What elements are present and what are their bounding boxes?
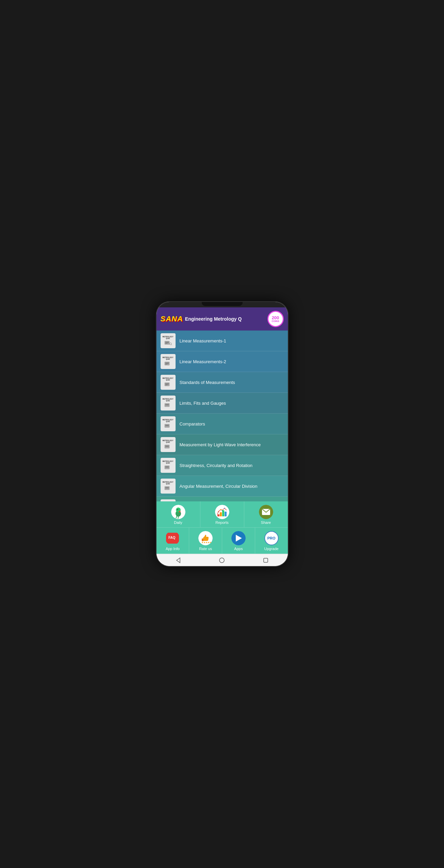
thumb-text: METROLOGYQUIZ (162, 377, 173, 381)
svg-text:★★★★★: ★★★★★ (201, 541, 212, 544)
phone-frame: SANA Engineering Metrology Q 200 COINS M… (156, 301, 289, 567)
navigation-bar (157, 554, 288, 566)
svg-point-40 (177, 509, 178, 510)
reports-button[interactable]: Reports (200, 501, 244, 528)
upgrade-icon-wrap: PRO (264, 531, 279, 545)
list-item[interactable]: METROLOGYQUIZ Angular Measurement, Circu… (157, 476, 288, 497)
svg-rect-62 (264, 558, 268, 562)
recents-icon (263, 557, 269, 563)
svg-line-5 (171, 344, 172, 345)
rateus-icon-wrap: ★★★★★ (198, 531, 213, 545)
item-thumbnail: METROLOGYQUIZ (161, 396, 176, 411)
thumb-text: METROLOGYQUIZ (162, 419, 173, 423)
daily-label: Daily (174, 520, 182, 525)
item-label: Straightness, Circularity and Rotation (180, 463, 284, 468)
svg-point-49 (220, 509, 221, 510)
share-button[interactable]: Share (244, 501, 288, 528)
upgrade-label: Upgrade (264, 547, 279, 551)
thumb-text: METROLOGYQUIZ (162, 440, 173, 444)
coins-badge[interactable]: 200 COINS (267, 311, 284, 327)
pro-text: PRO (267, 536, 276, 540)
rateus-label: Rate us (199, 547, 212, 551)
apps-button[interactable]: Apps (222, 528, 255, 554)
daily-icon-wrap (171, 505, 185, 519)
faq-badge-icon: FAQ (167, 534, 178, 543)
daily-button[interactable]: Daily (157, 501, 200, 528)
topic-list: METROLOGYQUIZ Linear Measurements- (157, 331, 288, 501)
back-button[interactable] (175, 557, 182, 564)
item-label: Linear Measurements-2 (180, 359, 284, 364)
svg-point-42 (179, 511, 181, 512)
svg-point-50 (221, 510, 223, 511)
list-item[interactable]: METROLOGYQUIZ Standards of Measurements (157, 372, 288, 393)
item-thumbnail: METROLOGYQUIZ (161, 437, 176, 452)
svg-point-4 (169, 343, 171, 345)
rateus-icon: ★★★★★ (198, 531, 213, 545)
header-subtitle: Engineering Metrology Q (185, 316, 242, 322)
item-label: Comparators (180, 421, 284, 427)
appinfo-icon-wrap: FAQ (165, 531, 180, 545)
upgrade-button[interactable]: PRO Upgrade (255, 528, 288, 554)
item-label: Linear Measurements-1 (180, 338, 284, 343)
appinfo-label: App Info (166, 547, 180, 551)
item-thumbnail: METROLOGYQUIZ (161, 333, 176, 348)
share-icon (259, 505, 273, 519)
svg-rect-46 (222, 510, 224, 516)
item-thumbnail: METROLOGYQUIZ (161, 499, 176, 501)
list-item[interactable]: METROLOGYQUIZ Measurement by Light-Wave … (157, 434, 288, 455)
apps-label: Apps (234, 547, 243, 551)
appinfo-button[interactable]: FAQ App Info (157, 528, 190, 554)
item-label: Standards of Measurements (180, 380, 284, 385)
reports-icon-wrap (215, 505, 229, 519)
phone-screen: SANA Engineering Metrology Q 200 COINS M… (157, 302, 288, 566)
svg-rect-57 (202, 539, 203, 541)
share-label: Share (261, 520, 271, 525)
play-icon (234, 534, 243, 542)
item-label: Angular Measurement, Circular Division (180, 484, 284, 489)
item-thumbnail: METROLOGYQUIZ (161, 416, 176, 431)
list-item[interactable]: METROLOGYQUIZ Limits, Fits and Gauges (157, 393, 288, 414)
item-thumbnail: METROLOGYQUIZ (161, 375, 176, 390)
svg-rect-47 (225, 512, 227, 516)
coins-number: 200 (272, 316, 279, 320)
svg-marker-60 (177, 558, 180, 563)
svg-rect-44 (217, 514, 219, 516)
item-thumbnail: METROLOGYQUIZ (161, 479, 176, 494)
thumb-text: METROLOGYQUIZ (162, 481, 173, 485)
list-item[interactable]: METROLOGYQUIZ Miscellaneous Measurements (157, 497, 288, 501)
item-label: Limits, Fits and Gauges (180, 401, 284, 406)
rateus-button[interactable]: ★★★★★ Rate us (189, 528, 222, 554)
sana-logo: SANA (161, 315, 183, 323)
pro-icon: PRO (264, 531, 279, 545)
home-button[interactable] (218, 557, 226, 564)
app-header: SANA Engineering Metrology Q 200 COINS (157, 307, 288, 331)
phone-notch (202, 302, 243, 306)
item-label: Measurement by Light-Wave Interference (180, 442, 284, 447)
thumb-text: METROLOGYQUIZ (162, 336, 173, 340)
svg-marker-59 (236, 535, 242, 542)
app-content: SANA Engineering Metrology Q 200 COINS M… (157, 307, 288, 566)
svg-rect-45 (220, 512, 222, 516)
svg-point-61 (219, 558, 224, 563)
list-item[interactable]: METROLOGYQUIZ Linear Measurements- (157, 331, 288, 351)
item-thumbnail: METROLOGYQUIZ (161, 354, 176, 369)
svg-point-51 (224, 508, 225, 509)
parrot-icon (171, 505, 185, 519)
bottom-menu: Daily (157, 501, 288, 554)
apps-icon (231, 531, 246, 545)
list-item[interactable]: METROLOGYQUIZ Linear Measurements-2 (157, 351, 288, 372)
item-thumbnail: METROLOGYQUIZ (161, 458, 176, 473)
thumb-text: METROLOGYQUIZ (162, 461, 173, 464)
thumb-text: METROLOGYQUIZ (162, 357, 173, 360)
svg-marker-55 (170, 541, 172, 543)
recents-button[interactable] (262, 557, 269, 564)
thumb-text: METROLOGYQUIZ (162, 398, 173, 402)
header-title-area: SANA Engineering Metrology Q (161, 315, 242, 323)
list-item[interactable]: METROLOGYQUIZ Comparators (157, 414, 288, 434)
envelope-icon (262, 509, 270, 515)
home-icon (219, 557, 225, 563)
back-icon (175, 557, 181, 563)
list-item[interactable]: METROLOGYQUIZ Straightness, Circularity … (157, 455, 288, 476)
reports-label: Reports (215, 520, 229, 525)
bottom-row-1: Daily (157, 501, 288, 528)
